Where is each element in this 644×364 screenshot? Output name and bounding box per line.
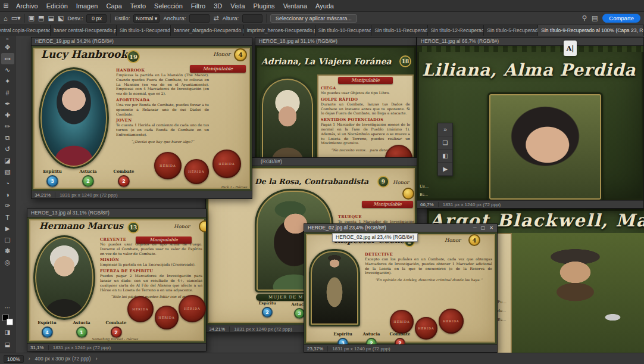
maximize-window-icon[interactable]: ▢ [481, 224, 486, 232]
card-canvas-cooke[interactable]: Inspector Cooke 2 Honor 4 DETECTIVE Exce… [304, 232, 497, 344]
crop-tool-icon[interactable]: # [1, 87, 14, 98]
hand-tool-icon[interactable]: ✽ [1, 245, 14, 257]
shape-tool-icon[interactable]: ▢ [1, 234, 14, 245]
tab-sin-titulo-12[interactable]: Sin título-12-Recuperado✕ [428, 25, 484, 36]
adjustments-panel-icon[interactable]: ◧ [438, 150, 452, 163]
selection-intersect-icon[interactable]: ⬕ [58, 14, 64, 22]
tab-baner-central[interactable]: baner central-Recuperado.psd✕ [51, 25, 117, 36]
card-canvas-marcus[interactable]: Hermano Marcus 13 Honor Manipulable CREY… [27, 217, 206, 343]
lasso-tool-icon[interactable]: ∿ [1, 64, 14, 76]
window-title-bar[interactable]: HEROE_13.jpg al 31,1% (RGB/8#) [27, 209, 206, 217]
pen-tool-icon[interactable]: ✑ [1, 200, 14, 211]
window-title-bar[interactable]: HEROE_02.jpg al 23,4% (RGB/8#) ─ ▢ ✕ [304, 224, 497, 232]
tab-sin-titulo-1[interactable]: Sin título-1-Recuperado✕ [117, 25, 171, 36]
path-selection-tool-icon[interactable]: ▶ [1, 223, 14, 234]
stat-value: 3 [46, 175, 58, 187]
tab-central-copia[interactable]: central copia-Recuperado✕ [0, 25, 51, 36]
healing-brush-tool-icon[interactable]: ✚ [1, 110, 14, 121]
brush-tool-icon[interactable]: ✏ [1, 121, 14, 132]
blur-tool-icon[interactable]: ◔ [1, 178, 14, 189]
home-icon[interactable]: ⌂ [4, 15, 8, 22]
card-text-column: CREYENTE No puedes usar Objetos de tipo … [100, 235, 202, 298]
app-zoom-input[interactable]: 100% [4, 355, 24, 363]
zoom-tool-icon[interactable]: ◎ [1, 257, 14, 268]
menu-3d[interactable]: 3D [210, 0, 226, 12]
zoom-level[interactable]: 66,7% [420, 202, 434, 207]
card-quote: “En opinión de Ardsley, detective crimin… [365, 278, 492, 282]
menu-edicion[interactable]: Edición [42, 0, 72, 12]
card-canvas-adriana[interactable]: Adriana, La Viajera Foránea 18 Manipulab… [255, 46, 416, 173]
layers-panel-icon[interactable]: ❏ [438, 136, 452, 150]
feather-label: Desv.: [67, 15, 83, 21]
quick-selection-tool-icon[interactable]: ✦ [1, 76, 14, 87]
wound-seal: HERIDA [127, 296, 154, 322]
tab-sin-titulo-9-active[interactable]: Sin título-9-Recuperado al 100% (Capa 23… [538, 25, 644, 36]
tab-imprimir-heroes[interactable]: imprimir_heroes-Recuperado.psd✕ [244, 25, 315, 36]
tab-sin-titulo-5[interactable]: Sin título-5-Recuperado✕ [484, 25, 538, 36]
tool-preset-icon[interactable]: ▭▾ [11, 14, 21, 22]
workspace-switcher-icon[interactable]: ▤ [592, 14, 598, 22]
tab-banner-alargado[interactable]: banner_alargado-Recuperado.psd✕ [171, 25, 244, 36]
background-color-swatch[interactable] [7, 319, 13, 325]
zoom-level[interactable]: 34,21% [209, 326, 225, 332]
window-title-bar[interactable]: HEROE_11.jpg al 66,7% (RGB/8#) [417, 38, 643, 46]
section-header: MISIÓN [100, 257, 202, 262]
color-swatches[interactable] [2, 315, 13, 325]
history-brush-tool-icon[interactable]: ↺ [1, 144, 14, 155]
close-window-icon[interactable]: ✕ [489, 224, 493, 232]
stat-combate: Combate 2 [386, 331, 414, 344]
stat-value: 2 [111, 326, 122, 338]
menu-seleccion[interactable]: Selección [150, 0, 187, 12]
menu-archivo[interactable]: Archivo [12, 0, 42, 12]
window-title-bar[interactable]: HEROE_18.jpg al 31,1% (RGB/8#) [255, 38, 416, 46]
width-input[interactable] [189, 14, 210, 23]
gradient-tool-icon[interactable]: ▧ [1, 166, 14, 178]
card-footer: Something Wicked - Héroes [92, 337, 138, 341]
height-input[interactable] [242, 14, 262, 23]
ribbon-banner: Manipulable [338, 77, 393, 84]
selection-new-icon[interactable]: ▣ [29, 14, 35, 22]
menu-ventana[interactable]: Ventana [279, 0, 311, 12]
minimize-window-icon[interactable]: ─ [473, 224, 477, 232]
card-border-ornament [417, 46, 643, 52]
toolbar-collapse-icon[interactable]: » [6, 36, 8, 42]
link-dimensions-icon[interactable]: ⇄ [213, 14, 218, 22]
menu-capa[interactable]: Capa [102, 0, 126, 12]
menu-imagen[interactable]: Imagen [72, 0, 102, 12]
wound-seal: HERIDA [415, 317, 437, 340]
tab-sin-titulo-10[interactable]: Sin título-10-Recuperado✕ [315, 25, 372, 36]
window-title-bar[interactable]: HEROE_19.jpg al 34,2% (RGB/8#) [32, 38, 252, 46]
move-tool-icon[interactable]: ✥ [1, 42, 14, 53]
eraser-tool-icon[interactable]: ◪ [1, 155, 14, 166]
honor-label: Honor [213, 51, 230, 57]
style-select[interactable]: Normal ▾ [133, 14, 160, 23]
selection-subtract-icon[interactable]: ⬓ [48, 14, 54, 22]
chevron-right-icon[interactable]: › [96, 356, 98, 362]
select-and-mask-button[interactable]: Seleccionar y aplicar máscara... [270, 14, 357, 23]
menu-vista[interactable]: Vista [226, 0, 249, 12]
feather-input[interactable]: 0 px [86, 14, 107, 23]
selection-add-icon[interactable]: ⬒ [38, 14, 44, 22]
timeline-panel-icon[interactable]: ▶ [438, 163, 452, 176]
type-tool-icon[interactable]: T [1, 211, 14, 223]
screen-mode-icon[interactable]: ⬓ [1, 339, 14, 350]
zoom-level[interactable]: 31,1% [30, 345, 44, 350]
expand-panels-icon[interactable]: » [438, 123, 452, 136]
search-icon[interactable]: ⚲ [582, 14, 587, 22]
zoom-level[interactable]: 23,37% [307, 346, 323, 351]
menu-ayuda[interactable]: Ayuda [311, 0, 338, 12]
card-canvas-lucy[interactable]: Lucy Hanbrook 19 Honor 4 Manipulable HAN… [32, 46, 252, 191]
quick-mask-icon[interactable]: ◨ [1, 326, 14, 338]
menu-filtro[interactable]: Filtro [187, 0, 210, 12]
eyedropper-tool-icon[interactable]: ✒ [1, 98, 14, 110]
dodge-tool-icon[interactable]: ◑ [1, 189, 14, 200]
marquee-tool-icon[interactable]: ▭ [1, 53, 14, 64]
menu-plugins[interactable]: Plugins [249, 0, 279, 12]
edit-toolbar-icon[interactable]: ⋯ [1, 302, 14, 313]
character-panel-icon[interactable]: A| [564, 41, 577, 56]
share-button[interactable]: Comparte [602, 14, 640, 23]
zoom-level[interactable]: 34,21% [35, 192, 51, 198]
tab-sin-titulo-11[interactable]: Sin título-11-Recuperado✕ [371, 25, 427, 36]
menu-texto[interactable]: Texto [126, 0, 150, 12]
clone-stamp-tool-icon[interactable]: ⧉ [1, 132, 14, 144]
